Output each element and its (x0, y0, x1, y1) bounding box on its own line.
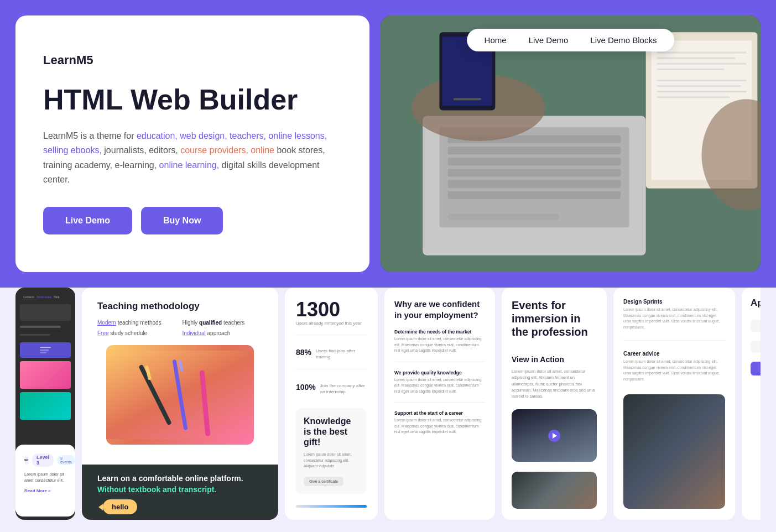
hero-image: Home Live Demo Live Demo Blocks (381, 15, 761, 272)
mini-block-teal (20, 392, 71, 420)
svg-rect-5 (448, 158, 621, 165)
design-sprint-text: Lorem ipsum dolor sit amet, consectetur … (623, 307, 725, 330)
mini-text-1 (20, 326, 61, 328)
teaching-banner-text: Learn on a comfortable online platform. … (97, 473, 243, 495)
knowledge-sub-card: Knowledge is the best gift! Lorem ipsum … (296, 408, 367, 494)
view-in-action-text: Lorem ipsum dolor sit amet, consectetur … (512, 368, 597, 399)
knowledge-sub-title: Knowledge is the best gift! (304, 416, 359, 448)
svg-rect-16 (657, 80, 746, 81)
events-top: Events for immersion in the profession (512, 299, 597, 350)
stat-pct-2: 100% (296, 383, 316, 392)
svg-rect-15 (657, 69, 724, 70)
hero-image-card: Home Live Demo Live Demo Blocks (381, 15, 761, 272)
brand-logo: LearnM5 (43, 53, 342, 67)
preview-section: Contacts Testimonials Help Teaching meth… (0, 288, 776, 532)
video-inner (512, 409, 597, 462)
svg-rect-4 (448, 147, 621, 154)
svg-rect-7 (448, 180, 621, 188)
design-image (623, 394, 725, 509)
stat-row-1: 88% Users find jobs after training (296, 348, 367, 360)
design-sprint-section: Design Sprints Lorem ipsum dolor sit ame… (623, 299, 725, 330)
feature-4: Individual approach (183, 330, 263, 336)
svg-rect-26 (40, 350, 49, 351)
why-divider-2 (394, 402, 485, 403)
career-advice-section: Career advice Lorem ipsum dolor sit amet… (623, 351, 725, 382)
why-card: Why are we confident in your employment?… (384, 288, 495, 520)
level-card: ✏ Level 3 8 events Lorem ipsum dolor sit… (15, 445, 75, 517)
teaching-image (106, 345, 254, 445)
hero-buttons: Live Demo Buy Now (43, 207, 342, 234)
stat-main-number: 1300 (296, 300, 367, 320)
events-bottom-img (512, 472, 597, 509)
nav-live-demo-blocks[interactable]: Live Demo Blocks (590, 35, 657, 45)
events-card: Events for immersion in the profession V… (502, 288, 607, 520)
give-certificate-button[interactable]: Give a certificate (304, 477, 343, 486)
teaching-banner: Learn on a comfortable online platform. … (82, 465, 278, 520)
svg-line-32 (180, 362, 182, 370)
design-sprint-title: Design Sprints (623, 299, 725, 305)
design-divider (623, 340, 725, 341)
svg-rect-17 (657, 85, 741, 87)
svg-rect-12 (657, 52, 746, 54)
laptop-mini-img (296, 505, 367, 508)
svg-rect-9 (448, 213, 560, 220)
teaching-top: Teaching methodology Modern teaching met… (82, 288, 278, 465)
hello-badge: hello (103, 499, 137, 514)
svg-rect-25 (40, 347, 51, 348)
stat-row-2: 100% Join the company after an internshi… (296, 383, 367, 395)
mini-nav: Contacts Testimonials Help (20, 293, 71, 301)
feature-3: Free study schedule (97, 330, 178, 336)
events-title: Events for immersion in the profession (512, 299, 597, 338)
view-in-action-title: View in Action (512, 355, 597, 364)
why-item-1-text: Lorem ipsum dolor sit amet, consectetur … (394, 336, 485, 354)
preview-strip: Contacts Testimonials Help Teaching meth… (15, 288, 761, 520)
events-badge: 8 events (57, 455, 75, 465)
stat-desc-2: Join the company after an internship (320, 383, 367, 395)
level-text: Lorem ipsum dolor sit amet consectetur e… (24, 471, 66, 484)
mini-block-1 (20, 304, 71, 321)
nav-live-demo[interactable]: Live Demo (529, 35, 569, 45)
nav-home[interactable]: Home (485, 35, 507, 45)
apply-title: Apply for study (751, 298, 761, 309)
svg-rect-24 (454, 98, 481, 100)
level-badge-row: ✏ Level 3 8 events (24, 453, 66, 467)
svg-rect-18 (657, 91, 746, 92)
career-advice-text: Lorem ipsum dolor sit amet, consectetur … (623, 359, 725, 382)
design-card: Design Sprints Lorem ipsum dolor sit ame… (613, 288, 735, 520)
read-more-link[interactable]: Read More » (24, 488, 66, 493)
svg-rect-19 (657, 96, 730, 98)
play-button[interactable] (548, 430, 560, 442)
apply-card: Apply for study Send an application (742, 288, 761, 520)
feature-2: Highly qualified teachers (183, 320, 263, 326)
why-title: Why are we confident in your employment? (394, 299, 485, 320)
pencil-icon: ✏ (24, 455, 29, 465)
why-item-1-title: Determine the needs of the market (394, 329, 485, 335)
apply-name-input[interactable] (751, 320, 761, 332)
why-item-3-title: Support at the start of a career (394, 410, 485, 416)
stat-main-label: Users already employed this year (296, 321, 367, 326)
knowledge-sub-text: Lorem ipsum dolor sit amet, consectetur … (304, 452, 359, 470)
svg-rect-27 (40, 352, 46, 353)
teaching-card: Teaching methodology Modern teaching met… (82, 288, 278, 520)
buy-now-button[interactable]: Buy Now (141, 207, 223, 234)
live-demo-button[interactable]: Live Demo (43, 207, 132, 234)
level-badge: Level 3 (32, 453, 54, 467)
hero-card: LearnM5 HTML Web Builder LearnM5 is a th… (15, 15, 369, 272)
mini-text-2 (20, 334, 50, 336)
hero-description: LearnM5 is a theme for education, web de… (43, 129, 342, 187)
teaching-features: Modern teaching methods Highly qualified… (97, 320, 263, 336)
mini-block-pink (20, 361, 71, 389)
feature-1: Modern teaching methods (97, 320, 178, 326)
stat-desc-1: Users find jobs after training (316, 348, 367, 360)
why-item-3-text: Lorem ipsum dolor sit amet, consectetur … (394, 418, 485, 435)
stats-card: 1300 Users already employed this year 88… (285, 288, 378, 520)
stat-pct-1: 88% (296, 348, 311, 357)
svg-rect-6 (448, 169, 621, 176)
apply-submit-button[interactable]: Send an application (751, 362, 761, 375)
stats-number-block: 1300 Users already employed this year (296, 300, 367, 326)
apply-phone-input[interactable] (751, 341, 761, 353)
why-item-2-title: We provide quality knowledge (394, 370, 485, 375)
mini-block-purple (20, 342, 71, 358)
svg-rect-8 (448, 191, 621, 199)
mini-nav-contacts: Contacts (23, 295, 34, 299)
